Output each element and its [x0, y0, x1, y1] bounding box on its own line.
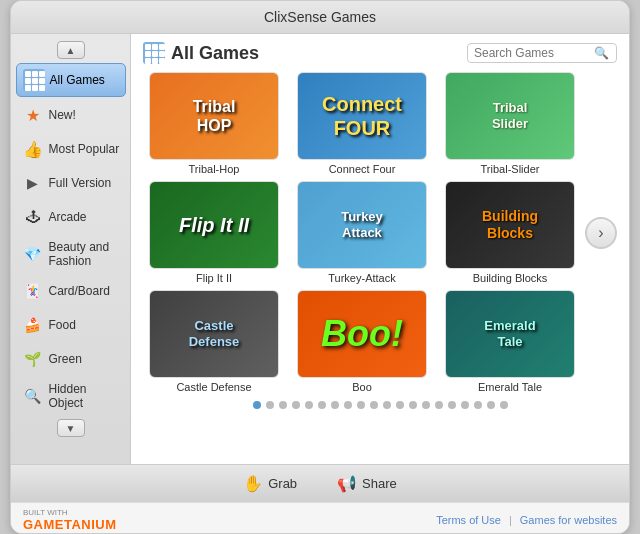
terms-of-use-link[interactable]: Terms of Use: [436, 514, 501, 526]
game-thumb-flip-it: Flip It II: [149, 181, 279, 269]
sidebar-item-all-games[interactable]: All Games: [16, 63, 126, 97]
pagination-dot-4[interactable]: [305, 401, 313, 409]
game-title-boo: Boo!: [317, 308, 407, 359]
game-item-emerald-tale[interactable]: EmeraldTale Emerald Tale: [439, 290, 581, 393]
green-icon: 🌱: [22, 348, 44, 370]
game-title-flip-it: Flip It II: [175, 209, 253, 241]
sidebar-item-label: Arcade: [49, 210, 87, 224]
pagination-dot-3[interactable]: [292, 401, 300, 409]
footer: BUILT WITH GAMETANIUM Terms of Use | Gam…: [11, 502, 629, 534]
main-container: ClixSense Games ▲ All Games ★ New!: [10, 0, 630, 534]
games-grid: TribalHOP Tribal-Hop ConnectFOUR Connect…: [143, 72, 581, 393]
search-box[interactable]: 🔍: [467, 43, 617, 63]
game-item-turkey-attack[interactable]: TurkeyAttack Turkey-Attack: [291, 181, 433, 284]
game-thumb-tribal-slider: TribalSlider: [445, 72, 575, 160]
game-thumb-boo: Boo!: [297, 290, 427, 378]
sidebar-item-most-popular[interactable]: 👍 Most Popular: [16, 133, 126, 165]
game-label-flip-it: Flip It II: [196, 272, 232, 284]
sidebar-item-label: New!: [49, 108, 76, 122]
new-icon: ★: [22, 104, 44, 126]
gametanium-logo: BUILT WITH GAMETANIUM: [23, 508, 117, 532]
game-item-building-blocks[interactable]: BuildingBlocks Building Blocks: [439, 181, 581, 284]
game-item-boo[interactable]: Boo! Boo: [291, 290, 433, 393]
grab-label: Grab: [268, 476, 297, 491]
footer-links: Terms of Use | Games for websites: [436, 514, 617, 526]
sidebar-item-label: Hidden Object: [49, 382, 120, 410]
pagination-dot-14[interactable]: [435, 401, 443, 409]
sidebar-scroll-up[interactable]: ▲: [57, 41, 85, 59]
pagination-dot-13[interactable]: [422, 401, 430, 409]
pagination-dot-0[interactable]: [253, 401, 261, 409]
pagination-dot-18[interactable]: [487, 401, 495, 409]
game-item-castle-defense[interactable]: CastleDefense Castle Defense: [143, 290, 285, 393]
footer-separator: |: [509, 514, 512, 526]
game-item-connect-four[interactable]: ConnectFOUR Connect Four: [291, 72, 433, 175]
sidebar-item-beauty-fashion[interactable]: 💎 Beauty and Fashion: [16, 235, 126, 273]
pagination-dot-17[interactable]: [474, 401, 482, 409]
sidebar-item-label: Most Popular: [49, 142, 120, 156]
game-thumb-building-blocks: BuildingBlocks: [445, 181, 575, 269]
pagination-dot-1[interactable]: [266, 401, 274, 409]
sidebar-item-cardboard[interactable]: 🃏 Card/Board: [16, 275, 126, 307]
pagination-dot-8[interactable]: [357, 401, 365, 409]
sidebar-item-hidden-object[interactable]: 🔍 Hidden Object: [16, 377, 126, 415]
game-title-building-blocks: BuildingBlocks: [478, 204, 542, 246]
game-item-tribal-hop[interactable]: TribalHOP Tribal-Hop: [143, 72, 285, 175]
pagination-dot-2[interactable]: [279, 401, 287, 409]
sidebar-item-label: Food: [49, 318, 76, 332]
game-item-tribal-slider[interactable]: TribalSlider Tribal-Slider: [439, 72, 581, 175]
main-header: All Games 🔍: [143, 42, 617, 64]
content-area: ▲ All Games ★ New! 👍 Most Popular: [11, 34, 629, 464]
game-title-tribal-slider: TribalSlider: [488, 96, 532, 135]
share-icon: 📢: [337, 474, 357, 493]
sidebar-item-arcade[interactable]: 🕹 Arcade: [16, 201, 126, 233]
sidebar-item-full-version[interactable]: ▶ Full Version: [16, 167, 126, 199]
pagination-dot-10[interactable]: [383, 401, 391, 409]
game-item-flip-it[interactable]: Flip It II Flip It II: [143, 181, 285, 284]
game-title-connect-four: ConnectFOUR: [318, 88, 406, 144]
pagination-dot-12[interactable]: [409, 401, 417, 409]
sidebar-item-label: Green: [49, 352, 82, 366]
sidebar-item-food[interactable]: 🍰 Food: [16, 309, 126, 341]
all-games-icon: [23, 69, 45, 91]
share-button[interactable]: 📢 Share: [329, 471, 405, 496]
gametanium-brand: GAMETANIUM: [23, 517, 117, 532]
game-title-tribal-hop: TribalHOP: [189, 93, 240, 139]
pagination-dot-9[interactable]: [370, 401, 378, 409]
sidebar-scroll-down[interactable]: ▼: [57, 419, 85, 437]
pagination-dot-15[interactable]: [448, 401, 456, 409]
pagination-dot-16[interactable]: [461, 401, 469, 409]
grab-button[interactable]: ✋ Grab: [235, 471, 305, 496]
sidebar-item-new[interactable]: ★ New!: [16, 99, 126, 131]
grab-icon: ✋: [243, 474, 263, 493]
pagination-dot-19[interactable]: [500, 401, 508, 409]
pagination-dot-7[interactable]: [344, 401, 352, 409]
game-label-tribal-slider: Tribal-Slider: [481, 163, 540, 175]
pagination-dot-11[interactable]: [396, 401, 404, 409]
search-input[interactable]: [474, 46, 594, 60]
next-page-button[interactable]: ›: [585, 217, 617, 249]
sidebar-item-label: Full Version: [49, 176, 112, 190]
app-title: ClixSense Games: [264, 9, 376, 25]
section-title: All Games: [143, 42, 259, 64]
games-for-websites-link[interactable]: Games for websites: [520, 514, 617, 526]
pagination-dot-6[interactable]: [331, 401, 339, 409]
popular-icon: 👍: [22, 138, 44, 160]
game-label-tribal-hop: Tribal-Hop: [189, 163, 240, 175]
pagination-dot-5[interactable]: [318, 401, 326, 409]
title-bar: ClixSense Games: [11, 1, 629, 34]
game-thumb-emerald-tale: EmeraldTale: [445, 290, 575, 378]
game-thumb-turkey-attack: TurkeyAttack: [297, 181, 427, 269]
bottom-bar: ✋ Grab 📢 Share: [11, 464, 629, 502]
sidebar-item-green[interactable]: 🌱 Green: [16, 343, 126, 375]
full-version-icon: ▶: [22, 172, 44, 194]
search-icon: 🔍: [594, 46, 609, 60]
food-icon: 🍰: [22, 314, 44, 336]
game-label-building-blocks: Building Blocks: [473, 272, 548, 284]
built-with-text: BUILT WITH: [23, 508, 68, 517]
game-label-emerald-tale: Emerald Tale: [478, 381, 542, 393]
game-thumb-castle-defense: CastleDefense: [149, 290, 279, 378]
sidebar: ▲ All Games ★ New! 👍 Most Popular: [11, 34, 131, 464]
beauty-icon: 💎: [22, 243, 44, 265]
game-title-castle-defense: CastleDefense: [185, 314, 244, 353]
